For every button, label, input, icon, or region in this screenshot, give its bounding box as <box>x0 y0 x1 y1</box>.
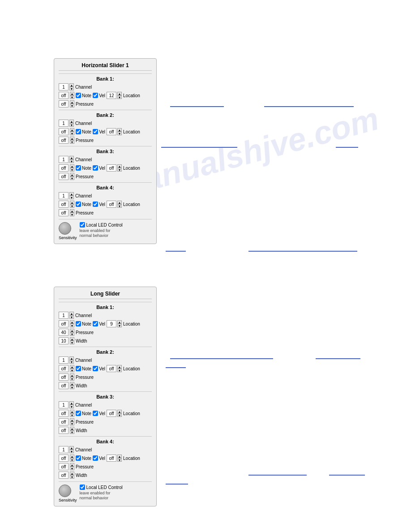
location-down-1-4[interactable]: ▼ <box>117 204 122 208</box>
note-off-down-2-3[interactable]: ▼ <box>70 413 74 417</box>
channel-arrows-2-2[interactable]: ▲ ▼ <box>69 356 74 364</box>
note-off-up-2-2[interactable]: ▲ <box>70 365 74 369</box>
vel-check-group-1-3[interactable]: Vel <box>93 165 105 171</box>
pressure-arrows-1-1[interactable]: ▲ ▼ <box>70 100 74 107</box>
channel-down-2-2[interactable]: ▼ <box>69 360 74 364</box>
pressure-down-2-3[interactable]: ▼ <box>70 422 74 425</box>
vel-checkbox-1-3[interactable] <box>93 165 98 171</box>
note-off-arrows-1-3[interactable]: ▲ ▼ <box>70 164 74 172</box>
note-check-group-2-4[interactable]: Note <box>76 455 91 461</box>
pressure-down-1-4[interactable]: ▼ <box>70 213 74 216</box>
channel-spinner-2-4[interactable]: 1 ▲ ▼ <box>59 446 74 453</box>
note-checkbox-1-1[interactable] <box>76 93 81 98</box>
note-off-up-1-2[interactable]: ▲ <box>70 128 74 132</box>
channel-arrows-1-3[interactable]: ▲ ▼ <box>69 156 74 163</box>
note-checkbox-1-2[interactable] <box>76 129 81 134</box>
pressure-arrows-2-2[interactable]: ▲ ▼ <box>70 373 74 381</box>
channel-down-2-1[interactable]: ▼ <box>69 315 74 319</box>
pressure-arrows-2-3[interactable]: ▲ ▼ <box>70 418 74 425</box>
note-check-group-2-2[interactable]: Note <box>76 366 91 371</box>
channel-down-1-2[interactable]: ▼ <box>69 123 74 127</box>
location-spinner-1-3[interactable]: off ▲ ▼ <box>107 164 122 172</box>
location-spinner-2-1[interactable]: 9 ▲ ▼ <box>107 320 122 327</box>
note-off-down-2-4[interactable]: ▼ <box>70 458 74 462</box>
width-up-2-2[interactable]: ▲ <box>70 382 74 386</box>
vel-check-group-1-2[interactable]: Vel <box>93 129 105 134</box>
location-down-2-1[interactable]: ▼ <box>117 324 122 327</box>
location-arrows-1-4[interactable]: ▲ ▼ <box>117 201 122 208</box>
note-check-group-1-1[interactable]: Note <box>76 93 91 98</box>
note-off-up-1-4[interactable]: ▲ <box>70 201 74 204</box>
led-checkbox-1[interactable] <box>80 222 85 227</box>
location-arrows-2-1[interactable]: ▲ ▼ <box>117 320 122 327</box>
channel-spinner-1-3[interactable]: 1 ▲ ▼ <box>59 156 74 163</box>
vel-check-group-2-2[interactable]: Vel <box>93 366 105 371</box>
location-spinner-1-4[interactable]: off ▲ ▼ <box>107 201 122 208</box>
note-check-group-2-1[interactable]: Note <box>76 321 91 326</box>
led-checkbox-2[interactable] <box>80 485 85 490</box>
vel-check-group-2-1[interactable]: Vel <box>93 321 105 326</box>
channel-spinner-1-4[interactable]: 1 ▲ ▼ <box>59 192 74 199</box>
channel-arrows-1-4[interactable]: ▲ ▼ <box>69 192 74 199</box>
channel-up-2-2[interactable]: ▲ <box>69 356 74 360</box>
vel-checkbox-2-4[interactable] <box>93 455 98 461</box>
vel-checkbox-1-4[interactable] <box>93 202 98 207</box>
width-down-2-3[interactable]: ▼ <box>70 430 74 434</box>
pressure-arrows-2-4[interactable]: ▲ ▼ <box>70 463 74 470</box>
channel-spinner-2-1[interactable]: 1 ▲ ▼ <box>59 312 74 319</box>
vel-check-group-2-3[interactable]: Vel <box>93 411 105 416</box>
pressure-down-1-1[interactable]: ▼ <box>70 104 74 107</box>
location-up-1-1[interactable]: ▲ <box>117 92 122 95</box>
width-down-2-1[interactable]: ▼ <box>70 341 74 344</box>
location-up-1-4[interactable]: ▲ <box>117 201 122 204</box>
sensitivity-knob-2[interactable] <box>59 485 71 497</box>
location-arrows-2-3[interactable]: ▲ ▼ <box>117 410 122 417</box>
note-off-arrows-1-4[interactable]: ▲ ▼ <box>70 201 74 208</box>
channel-down-2-4[interactable]: ▼ <box>69 450 74 453</box>
channel-spinner-1-2[interactable]: 1 ▲ ▼ <box>59 120 74 127</box>
channel-arrows-1-1[interactable]: ▲ ▼ <box>69 83 74 90</box>
location-down-2-3[interactable]: ▼ <box>117 413 122 417</box>
channel-arrows-2-3[interactable]: ▲ ▼ <box>69 401 74 408</box>
note-checkbox-2-4[interactable] <box>76 455 81 461</box>
pressure-arrows-1-4[interactable]: ▲ ▼ <box>70 209 74 216</box>
location-down-1-2[interactable]: ▼ <box>117 132 122 135</box>
location-spinner-1-2[interactable]: off ▲ ▼ <box>107 128 122 135</box>
pressure-up-1-1[interactable]: ▲ <box>70 100 74 104</box>
channel-arrows-2-1[interactable]: ▲ ▼ <box>69 312 74 319</box>
note-off-up-1-1[interactable]: ▲ <box>70 92 74 95</box>
note-off-arrows-1-1[interactable]: ▲ ▼ <box>70 92 74 99</box>
vel-checkbox-2-2[interactable] <box>93 366 98 371</box>
note-checkbox-2-1[interactable] <box>76 321 81 326</box>
channel-down-1-4[interactable]: ▼ <box>69 196 74 199</box>
location-arrows-1-1[interactable]: ▲ ▼ <box>117 92 122 99</box>
note-checkbox-1-4[interactable] <box>76 202 81 207</box>
width-arrows-2-4[interactable]: ▲ ▼ <box>70 472 74 479</box>
sensitivity-knob-1[interactable] <box>59 222 71 235</box>
note-check-group-2-3[interactable]: Note <box>76 411 91 416</box>
note-off-down-1-3[interactable]: ▼ <box>70 168 74 172</box>
location-down-2-2[interactable]: ▼ <box>117 369 122 372</box>
location-arrows-2-2[interactable]: ▲ ▼ <box>117 365 122 372</box>
pressure-down-1-3[interactable]: ▼ <box>70 176 74 180</box>
width-up-2-3[interactable]: ▲ <box>70 427 74 430</box>
note-off-arrows-2-4[interactable]: ▲ ▼ <box>70 455 74 462</box>
location-spinner-2-4[interactable]: off ▲ ▼ <box>107 455 122 462</box>
pressure-arrows-1-2[interactable]: ▲ ▼ <box>70 137 74 144</box>
note-off-down-1-2[interactable]: ▼ <box>70 132 74 135</box>
channel-spinner-2-3[interactable]: 1 ▲ ▼ <box>59 401 74 408</box>
vel-check-group-1-1[interactable]: Vel <box>93 93 105 98</box>
width-up-2-4[interactable]: ▲ <box>70 472 74 475</box>
note-off-arrows-2-1[interactable]: ▲ ▼ <box>70 320 74 327</box>
location-up-2-4[interactable]: ▲ <box>117 455 122 458</box>
channel-up-2-1[interactable]: ▲ <box>69 312 74 315</box>
note-check-group-1-4[interactable]: Note <box>76 202 91 207</box>
channel-down-1-1[interactable]: ▼ <box>69 87 74 90</box>
width-up-2-1[interactable]: ▲ <box>70 337 74 341</box>
location-spinner-1-1[interactable]: 12 ▲ ▼ <box>107 92 122 99</box>
vel-checkbox-2-3[interactable] <box>93 411 98 416</box>
pressure-up-1-4[interactable]: ▲ <box>70 209 74 213</box>
pressure-up-1-2[interactable]: ▲ <box>70 137 74 140</box>
note-off-arrows-2-3[interactable]: ▲ ▼ <box>70 410 74 417</box>
width-arrows-2-3[interactable]: ▲ ▼ <box>70 427 74 434</box>
